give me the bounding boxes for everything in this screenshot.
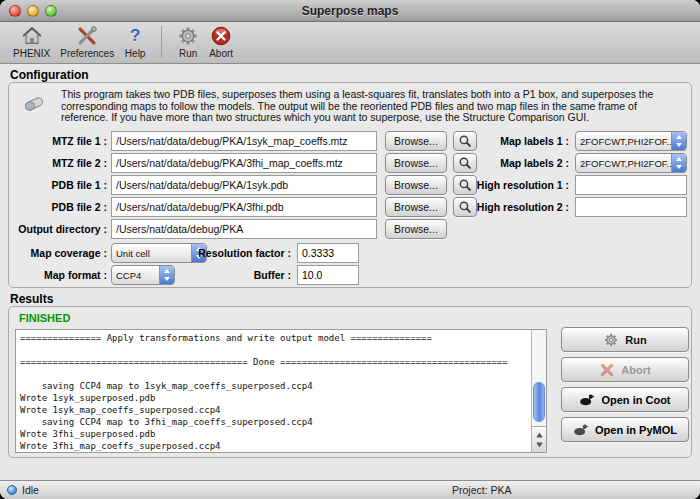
output-directory-input[interactable]	[111, 219, 377, 239]
status-badge: FINISHED	[19, 312, 70, 324]
toolbar-label: Help	[125, 48, 146, 59]
map-format-label: Map format :	[11, 265, 107, 285]
map-labels-1-label: Map labels 1 :	[467, 131, 569, 151]
run-button[interactable]: Run	[561, 327, 689, 352]
open-in-coot-button[interactable]: Open in Coot	[561, 387, 689, 412]
open-in-pymol-label: Open in PyMOL	[595, 424, 677, 436]
tools-icon	[76, 25, 98, 47]
pymol-icon	[573, 422, 589, 438]
configuration-section-title: Configuration	[10, 68, 89, 82]
popup-arrows-icon	[671, 154, 686, 172]
toolbar-label: Preferences	[60, 48, 114, 59]
results-section-title: Results	[10, 292, 53, 306]
popup-value: 2FOFCWT,PHI2FOF...	[576, 158, 671, 169]
abort-button-label: Abort	[621, 364, 650, 376]
status-text: Idle	[22, 481, 39, 499]
map-labels-1-select[interactable]: 2FOFCWT,PHI2FOF...	[575, 131, 687, 151]
output-directory-label: Output directory :	[11, 219, 107, 239]
gear-icon	[603, 332, 619, 348]
console-scrollbar[interactable]	[531, 330, 546, 452]
configuration-groupbox: This program takes two PDB files, superp…	[8, 82, 692, 288]
statusbar: Idle Project: PKA	[0, 480, 700, 499]
high-resolution-1-label: High resolution 1 :	[467, 175, 569, 195]
toolbar-preferences-button[interactable]: Preferences	[55, 24, 119, 60]
popup-arrows-icon	[671, 132, 686, 150]
map-labels-2-select[interactable]: 2FOFCWT,PHI2FOF...	[575, 153, 687, 173]
high-resolution-2-label: High resolution 2 :	[467, 197, 569, 217]
toolbar-separator	[161, 26, 162, 58]
scroll-up-icon[interactable]	[535, 431, 544, 439]
run-button-label: Run	[625, 334, 646, 346]
pdb-file-1-label: PDB file 1 :	[11, 175, 107, 195]
pdb-file-2-input[interactable]	[111, 197, 377, 217]
toolbar-help-button[interactable]: ? Help	[119, 24, 151, 60]
form-row-pdb-1: PDB file 1 : Browse... High resolution 1…	[9, 175, 691, 195]
abort-button: Abort	[561, 357, 689, 382]
mtz-file-2-input[interactable]	[111, 153, 377, 173]
gear-icon	[177, 25, 199, 47]
map-labels-2-label: Map labels 2 :	[467, 153, 569, 173]
pdb-file-1-input[interactable]	[111, 175, 377, 195]
popup-value: 2FOFCWT,PHI2FOF...	[576, 136, 671, 147]
results-groupbox: FINISHED =============== Apply transform…	[8, 306, 692, 458]
open-in-pymol-button[interactable]: Open in PyMOL	[561, 417, 689, 442]
abort-x-icon	[599, 362, 615, 378]
mtz-file-2-browse-button[interactable]: Browse...	[385, 153, 447, 173]
resolution-factor-label: Resolution factor :	[159, 243, 291, 263]
console-panel: =============== Apply transformations an…	[15, 329, 547, 453]
window-title: Superpose maps	[0, 0, 700, 22]
open-in-coot-label: Open in Coot	[601, 394, 670, 406]
form-row-output-dir: Output directory : Browse...	[9, 219, 691, 239]
buffer-input[interactable]	[297, 265, 359, 285]
help-icon: ?	[124, 25, 146, 47]
console-output: =============== Apply transformations an…	[16, 330, 530, 452]
resolution-factor-input[interactable]	[297, 243, 359, 263]
pdb-file-2-browse-button[interactable]: Browse...	[385, 197, 447, 217]
toolbar: PHENIX Preferences ? Help Run Abort	[0, 22, 700, 64]
map-coverage-label: Map coverage :	[11, 243, 107, 263]
coot-bird-icon	[579, 392, 595, 408]
mtz-file-1-input[interactable]	[111, 131, 377, 151]
scrollbar-arrows	[532, 426, 546, 452]
toolbar-run-button[interactable]: Run	[172, 24, 204, 60]
pdb-file-2-label: PDB file 2 :	[11, 197, 107, 217]
program-description: This program takes two PDB files, superp…	[61, 89, 677, 124]
toolbar-label: PHENIX	[13, 48, 50, 59]
form-row-mtz-2: MTZ file 2 : Browse... Map labels 2 : 2F…	[9, 153, 691, 173]
abort-icon	[210, 25, 232, 47]
form-row-map-format: Map format : CCP4 Buffer :	[9, 265, 691, 285]
output-directory-browse-button[interactable]: Browse...	[385, 219, 447, 239]
toolbar-abort-button[interactable]: Abort	[204, 24, 238, 60]
scroll-down-icon[interactable]	[535, 441, 544, 449]
mtz-file-1-label: MTZ file 1 :	[11, 131, 107, 151]
pdb-file-1-browse-button[interactable]: Browse...	[385, 175, 447, 195]
project-label: Project: PKA	[452, 481, 512, 499]
program-icon	[21, 91, 47, 117]
mtz-file-2-label: MTZ file 2 :	[11, 153, 107, 173]
toolbar-phenix-button[interactable]: PHENIX	[8, 24, 55, 60]
app-window: Superpose maps PHENIX Preferences ? Help…	[0, 0, 700, 499]
high-resolution-1-input[interactable]	[575, 175, 687, 195]
toolbar-label: Run	[179, 48, 197, 59]
toolbar-label: Abort	[209, 48, 233, 59]
buffer-label: Buffer :	[159, 265, 291, 285]
form-row-pdb-2: PDB file 2 : Browse... High resolution 2…	[9, 197, 691, 217]
high-resolution-2-input[interactable]	[575, 197, 687, 217]
form-row-mtz-1: MTZ file 1 : Browse... Map labels 1 : 2F…	[9, 131, 691, 151]
home-icon	[21, 25, 43, 47]
popup-value: CCP4	[112, 270, 159, 281]
status-indicator-icon	[7, 485, 17, 495]
mtz-file-1-browse-button[interactable]: Browse...	[385, 131, 447, 151]
scrollbar-thumb[interactable]	[533, 382, 545, 422]
titlebar: Superpose maps	[0, 0, 700, 22]
form-row-map-coverage: Map coverage : Unit cell Resolution fact…	[9, 243, 691, 263]
